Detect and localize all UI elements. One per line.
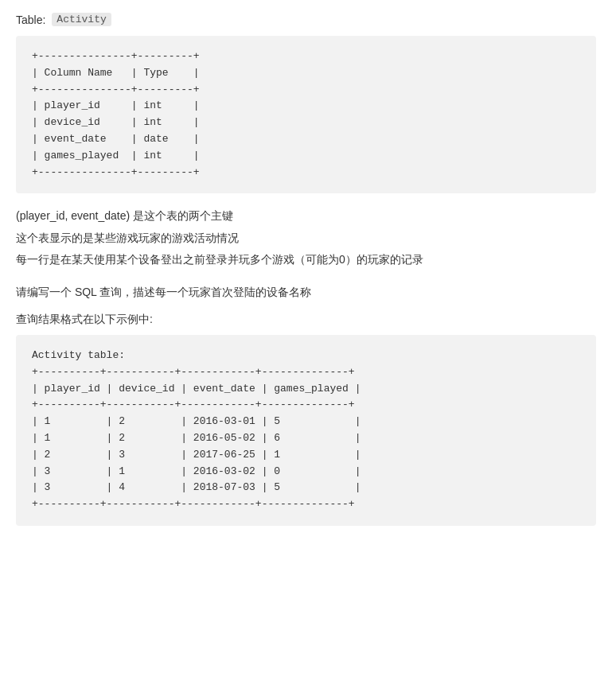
description-block: (player_id, event_date) 是这个表的两个主键 这个表显示的… bbox=[16, 206, 596, 270]
table-name-badge: Activity bbox=[52, 13, 111, 26]
description-line-3: 每一行是在某天使用某个设备登出之前登录并玩多个游戏（可能为0）的玩家的记录 bbox=[16, 250, 596, 270]
description-line-2: 这个表显示的是某些游戏玩家的游戏活动情况 bbox=[16, 228, 596, 248]
example-code-block: Activity table: +----------+-----------+… bbox=[16, 335, 596, 526]
table-prefix: Table: bbox=[16, 14, 45, 26]
description-line-1: (player_id, event_date) 是这个表的两个主键 bbox=[16, 206, 596, 226]
table-label: Table: Activity bbox=[16, 13, 596, 26]
question-text: 请编写一个 SQL 查询，描述每一个玩家首次登陆的设备名称 bbox=[16, 286, 596, 300]
question-section: 请编写一个 SQL 查询，描述每一个玩家首次登陆的设备名称 bbox=[16, 286, 596, 300]
schema-code-block: +---------------+---------+ | Column Nam… bbox=[16, 36, 596, 193]
example-label: 查询结果格式在以下示例中: bbox=[16, 313, 596, 327]
